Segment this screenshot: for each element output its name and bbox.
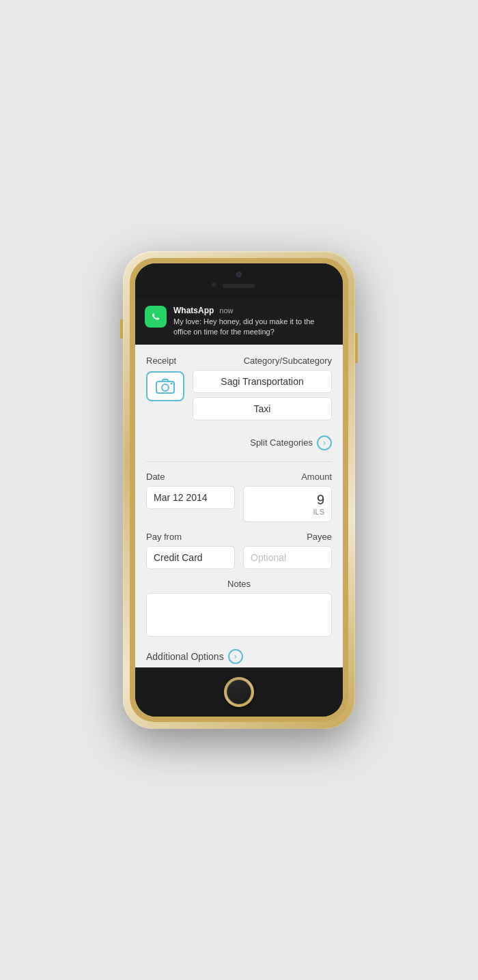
notification-message: My love: Hey honey, did you make it to t… — [173, 317, 333, 338]
date-value: Mar 12 2014 — [154, 492, 208, 503]
notes-input[interactable] — [146, 593, 332, 637]
receipt-category-section: Receipt Category/Subcategory — [146, 356, 332, 424]
notification-app-name: WhatsApp — [173, 306, 214, 315]
pay-from-col: Pay from Credit Card — [146, 532, 235, 569]
additional-options-button[interactable]: › — [228, 649, 243, 664]
receipt-label: Receipt — [146, 356, 176, 366]
receipt-left: Receipt — [146, 356, 184, 401]
date-field[interactable]: Mar 12 2014 — [146, 486, 235, 509]
split-categories-button[interactable]: › — [317, 435, 332, 450]
svg-point-1 — [162, 384, 169, 391]
pay-from-value: Credit Card — [154, 552, 203, 563]
camera-button[interactable] — [146, 371, 184, 401]
home-button-inner — [227, 680, 251, 704]
amount-currency: ILS — [251, 508, 324, 516]
bottom-bezel — [135, 667, 343, 717]
divider-1 — [146, 461, 332, 462]
chevron-right-icon-2: › — [234, 652, 237, 661]
category-label: Category/Subcategory — [193, 356, 332, 366]
home-button[interactable] — [224, 677, 254, 707]
pay-from-field[interactable]: Credit Card — [146, 546, 235, 569]
payee-placeholder: Optional — [251, 552, 286, 563]
notification-banner[interactable]: WhatsApp now My love: Hey honey, did you… — [135, 299, 343, 345]
notes-label: Notes — [146, 579, 332, 589]
category-button[interactable]: Sagi Transportation — [193, 370, 332, 393]
amount-value: 9 — [251, 492, 324, 508]
payfrom-payee-row: Pay from Credit Card Payee Optional — [146, 532, 332, 569]
chevron-right-icon: › — [323, 439, 326, 447]
date-label: Date — [146, 472, 235, 482]
notification-content: WhatsApp now My love: Hey honey, did you… — [173, 306, 333, 338]
top-bezel — [135, 263, 343, 299]
notes-section: Notes — [146, 579, 332, 639]
notification-header: WhatsApp now — [173, 306, 333, 315]
phone-screen: WhatsApp now My love: Hey honey, did you… — [135, 263, 343, 717]
pay-from-label: Pay from — [146, 532, 235, 542]
power-button — [355, 333, 358, 363]
phone-inner-frame: WhatsApp now My love: Hey honey, did you… — [130, 258, 348, 722]
amount-label: Amount — [243, 472, 332, 482]
front-camera — [236, 272, 242, 277]
earpiece — [223, 284, 255, 288]
split-categories-row: Split Categories › — [146, 435, 332, 450]
notification-time: now — [219, 306, 233, 315]
phone-device: WhatsApp now My love: Hey honey, did you… — [123, 251, 355, 729]
additional-options-row: Additional Options › — [146, 649, 332, 664]
subcategory-button[interactable]: Taxi — [193, 397, 332, 420]
app-screen: Receipt Category/Subcategory — [135, 345, 343, 667]
date-col: Date Mar 12 2014 — [146, 472, 235, 522]
split-categories-label: Split Categories — [250, 437, 313, 448]
sensor — [212, 283, 216, 287]
payee-field[interactable]: Optional — [243, 546, 332, 569]
date-amount-row: Date Mar 12 2014 Amount 9 ILS — [146, 472, 332, 522]
additional-options-label: Additional Options — [146, 651, 224, 662]
payee-col: Payee Optional — [243, 532, 332, 569]
whatsapp-app-icon — [145, 306, 167, 328]
category-section: Category/Subcategory Sagi Transportation… — [193, 356, 332, 424]
svg-point-2 — [171, 382, 173, 384]
payee-label: Payee — [243, 532, 332, 542]
amount-col: Amount 9 ILS — [243, 472, 332, 522]
amount-field[interactable]: 9 ILS — [243, 486, 332, 522]
volume-button — [120, 319, 123, 338]
